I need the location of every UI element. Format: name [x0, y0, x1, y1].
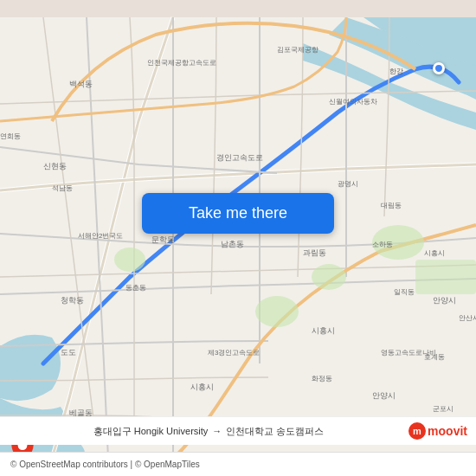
svg-text:남촌동: 남촌동: [221, 240, 244, 248]
svg-text:동춘동: 동춘동: [125, 284, 146, 292]
map-container: 백석동 인천국제공항고속도로 김포국제공항 신월여의자동차 한강 연희동 경인고…: [0, 0, 476, 476]
map-background: 백석동 인천국제공항고속도로 김포국제공항 신월여의자동차 한강 연희동 경인고…: [0, 0, 476, 476]
svg-text:대림동: 대림동: [381, 202, 402, 209]
svg-point-2: [312, 264, 346, 290]
route-info: 홍대입구 Hongik University → 인천대학교 송도캠퍼스: [9, 425, 408, 438]
svg-text:안양시: 안양시: [433, 296, 456, 305]
svg-text:청학동: 청학동: [61, 296, 84, 305]
svg-text:석남동: 석남동: [52, 184, 73, 192]
svg-text:m: m: [413, 426, 421, 436]
map-attribution: © OpenStreetMap contributors | © OpenMap…: [10, 460, 200, 469]
svg-rect-5: [415, 260, 476, 294]
svg-text:군포시: 군포시: [433, 405, 453, 413]
svg-text:안양시: 안양시: [372, 391, 396, 400]
svg-text:문학동: 문학동: [151, 235, 175, 244]
svg-text:시흥시: 시흥시: [424, 249, 445, 257]
svg-text:시흥시: 시흥시: [190, 383, 214, 391]
svg-text:연희동: 연희동: [0, 132, 21, 140]
svg-text:한강: 한강: [389, 68, 403, 75]
bottom-bar: © OpenStreetMap contributors | © OpenMap…: [0, 452, 476, 476]
moovit-icon: m: [408, 422, 426, 440]
origin-dot: [433, 62, 445, 74]
svg-text:화정동: 화정동: [312, 375, 332, 383]
svg-text:신월여의자동차: 신월여의자동차: [329, 98, 377, 106]
svg-text:김포국제공항: 김포국제공항: [277, 46, 318, 54]
svg-text:시흥시: 시흥시: [312, 326, 335, 335]
moovit-text: moovit: [428, 424, 467, 438]
svg-text:일직동: 일직동: [394, 288, 415, 296]
svg-text:인천국제공항고속도로: 인천국제공항고속도로: [147, 59, 216, 67]
svg-text:광명시: 광명시: [338, 180, 358, 188]
svg-text:서해안2번국도: 서해안2번국도: [78, 232, 123, 240]
svg-text:신현동: 신현동: [43, 162, 67, 170]
svg-text:백석동: 백석동: [69, 80, 93, 88]
svg-text:과림동: 과림동: [303, 248, 326, 257]
svg-text:호계동: 호계동: [424, 353, 445, 361]
arrow-icon: →: [212, 426, 222, 436]
origin-label: 홍대입구 Hongik University: [93, 425, 209, 438]
svg-text:소하동: 소하동: [372, 241, 393, 248]
svg-point-3: [255, 296, 299, 327]
moovit-logo: m moovit: [408, 422, 467, 440]
destination-label: 인천대학교 송도캠퍼스: [226, 425, 324, 438]
svg-text:도도: 도도: [61, 348, 76, 357]
svg-text:경인고속도로: 경인고속도로: [216, 153, 263, 162]
take-me-there-button[interactable]: Take me there: [142, 193, 334, 234]
svg-text:안산시: 안산시: [459, 314, 476, 322]
svg-text:제3경인고속도로: 제3경인고속도로: [208, 349, 260, 357]
svg-point-4: [114, 248, 145, 272]
